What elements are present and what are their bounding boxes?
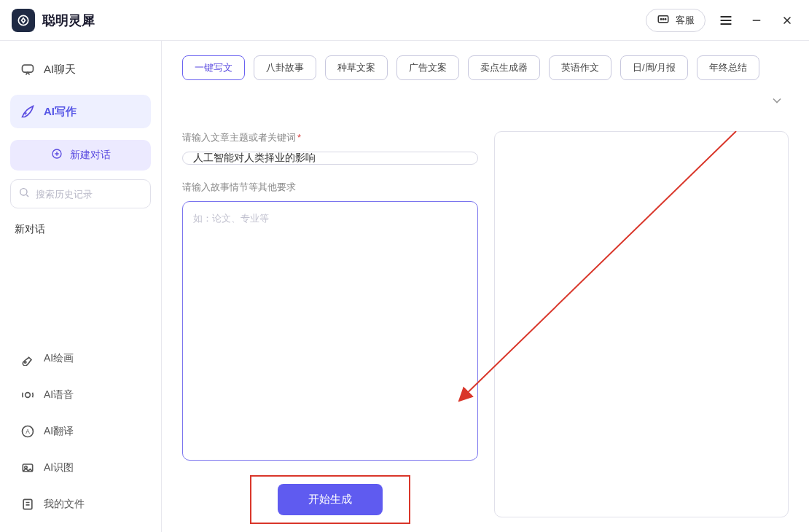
app-logo (12, 9, 35, 32)
generate-wrap: 开始生成 (182, 475, 478, 524)
sidebar-item-voice[interactable]: AI语音 (10, 379, 151, 411)
sidebar-item-image[interactable]: AI识图 (10, 452, 151, 484)
files-icon (20, 497, 35, 512)
output-panel (494, 131, 789, 517)
svg-rect-5 (23, 65, 34, 72)
sidebar-item-label: 我的文件 (44, 498, 85, 511)
menu-button[interactable] (716, 10, 736, 31)
topic-label: 请输入文章主题或者关键词* (182, 131, 478, 144)
history-item[interactable]: 新对话 (10, 217, 151, 242)
sidebar-item-label: AI翻译 (44, 425, 74, 438)
app-title: 聪明灵犀 (42, 12, 95, 29)
svg-point-4 (665, 18, 666, 20)
translate-icon: A (20, 424, 35, 439)
generate-highlight-box: 开始生成 (250, 475, 410, 524)
chevron-down-icon (770, 93, 784, 108)
sidebar-item-label: AI识图 (44, 461, 74, 474)
sidebar-item-files[interactable]: 我的文件 (10, 488, 151, 520)
category-tabs: 一键写文 八卦故事 种草文案 广告文案 卖点生成器 英语作文 日/周/月报 年终… (182, 55, 789, 115)
history-search[interactable] (10, 179, 151, 208)
main-panel: 一键写文 八卦故事 种草文案 广告文案 卖点生成器 英语作文 日/周/月报 年终… (162, 41, 809, 532)
tab-onekey[interactable]: 一键写文 (182, 55, 245, 80)
sidebar-item-label: AI语音 (44, 388, 74, 402)
chat-bubble-icon (657, 13, 671, 28)
tab-gossip[interactable]: 八卦故事 (254, 55, 316, 80)
svg-point-8 (24, 361, 26, 364)
titlebar-right: 客服 (646, 9, 797, 32)
new-chat-button[interactable]: 新建对话 (10, 140, 151, 171)
app-body: AI聊天 AI写作 新建对话 新对话 AI绘画 (0, 41, 809, 532)
topic-input[interactable] (182, 152, 478, 165)
tabs-expand-button[interactable] (765, 89, 789, 115)
search-icon (18, 187, 30, 201)
tab-selling[interactable]: 卖点生成器 (468, 55, 540, 80)
support-button[interactable]: 客服 (646, 9, 706, 32)
tab-summary[interactable]: 年终总结 (697, 55, 759, 80)
tab-report[interactable]: 日/周/月报 (620, 55, 688, 80)
svg-point-2 (660, 18, 662, 20)
form-column: 请输入文章主题或者关键词* 请输入故事情节等其他要求 开始生成 (182, 131, 478, 517)
support-label: 客服 (676, 14, 695, 27)
chat-icon (20, 62, 35, 77)
sidebar-bottom: AI绘画 AI语音 A AI翻译 AI识图 我的文件 (10, 343, 151, 520)
history-search-input[interactable] (36, 189, 158, 200)
tab-ad[interactable]: 广告文案 (396, 55, 459, 80)
content-row: 请输入文章主题或者关键词* 请输入故事情节等其他要求 开始生成 (182, 131, 789, 517)
extra-textarea[interactable] (182, 201, 478, 461)
svg-point-9 (26, 393, 31, 398)
close-button[interactable] (777, 10, 797, 31)
sidebar-item-write[interactable]: AI写作 (10, 95, 151, 128)
sidebar-item-chat[interactable]: AI聊天 (10, 52, 151, 86)
sidebar-spacer (10, 251, 151, 334)
generate-button[interactable]: 开始生成 (278, 484, 383, 515)
sidebar-item-label: AI写作 (44, 105, 77, 119)
sidebar-item-paint[interactable]: AI绘画 (10, 343, 151, 375)
quill-icon (20, 104, 35, 119)
tab-seeding[interactable]: 种草文案 (325, 55, 388, 80)
sidebar: AI聊天 AI写作 新建对话 新对话 AI绘画 (0, 41, 162, 532)
tab-english[interactable]: 英语作文 (549, 55, 611, 80)
sidebar-item-translate[interactable]: A AI翻译 (10, 415, 151, 447)
voice-icon (20, 388, 35, 402)
title-bar: 聪明灵犀 客服 (0, 0, 809, 41)
svg-text:A: A (26, 428, 30, 435)
extra-label: 请输入故事情节等其他要求 (182, 181, 478, 194)
new-chat-label: 新建对话 (70, 149, 111, 162)
paint-icon (20, 351, 35, 366)
plus-icon (51, 148, 66, 163)
sidebar-item-label: AI绘画 (44, 352, 74, 365)
svg-point-7 (20, 189, 27, 195)
sidebar-item-label: AI聊天 (44, 63, 76, 77)
svg-point-3 (663, 18, 664, 20)
minimize-button[interactable] (746, 10, 767, 31)
image-recog-icon (20, 461, 35, 475)
titlebar-left: 聪明灵犀 (12, 9, 95, 32)
